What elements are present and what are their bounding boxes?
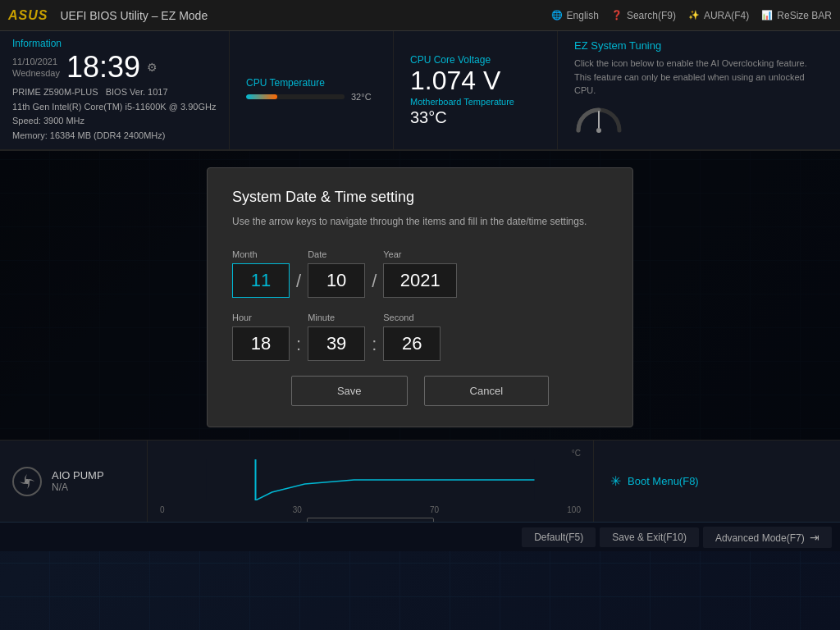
- date-sep-2: /: [372, 271, 377, 292]
- dialog-overlay: System Date & Time setting Use the arrow…: [0, 151, 840, 440]
- second-group: Second: [383, 313, 441, 361]
- chart-unit: °C: [160, 449, 581, 458]
- advanced-mode-button[interactable]: Advanced Mode(F7) ⇥: [703, 527, 832, 548]
- dialog-description: Use the arrow keys to navigate through t…: [232, 214, 608, 229]
- voltage-value: 1.074 V: [410, 67, 541, 94]
- ez-description: Click the icon below to enable the AI Ov…: [574, 57, 824, 98]
- motherboard-info: PRIME Z590M-PLUS BIOS Ver. 1017: [12, 85, 217, 100]
- year-label: Year: [383, 249, 401, 259]
- search-nav-icon: ❓: [611, 10, 623, 21]
- time-sep-1: :: [296, 334, 301, 355]
- date-input[interactable]: [308, 263, 365, 298]
- axis-100: 100: [567, 505, 581, 514]
- top-info-bar: Information 11/10/2021 Wednesday 18:39 ⚙…: [0, 31, 840, 151]
- chart-section: °C 0 30 70 100 QFan Control: [148, 441, 594, 522]
- fan-name: AIO PUMP: [52, 469, 104, 482]
- boot-icon: ✳: [610, 473, 621, 489]
- year-input[interactable]: [383, 263, 457, 298]
- header-title: UEFI BIOS Utility – EZ Mode: [60, 9, 538, 22]
- hour-group: Hour: [232, 313, 290, 361]
- date-fields-row: Month / Date / Year: [232, 249, 608, 298]
- bottom-bar: AIO PUMP N/A °C 0 30 70 100 QFan Control…: [0, 440, 840, 522]
- chart-axis: 0 30 70 100: [160, 505, 581, 514]
- nav-resize-bar[interactable]: 📊 ReSize BAR: [761, 10, 832, 21]
- mb-temp-label: Motherboard Temperature: [410, 97, 541, 107]
- dialog-buttons: Save Cancel: [232, 376, 608, 406]
- memory-info: Memory: 16384 MB (DDR4 2400MHz): [12, 129, 217, 144]
- temp-bar-fill: [246, 94, 277, 99]
- minute-group: Minute: [308, 313, 365, 361]
- time-fields-row: Hour : Minute : Second: [232, 313, 608, 361]
- month-input[interactable]: [232, 263, 290, 298]
- hour-input[interactable]: [232, 326, 290, 361]
- second-input[interactable]: [383, 326, 441, 361]
- speed-info: Speed: 3900 MHz: [12, 114, 217, 129]
- ez-tuning-panel: EZ System Tuning Click the icon below to…: [558, 31, 840, 149]
- datetime-dialog: System Date & Time setting Use the arrow…: [207, 167, 633, 427]
- cpu-temp-label: CPU Temperature: [246, 77, 377, 89]
- axis-30: 30: [293, 505, 302, 514]
- save-button[interactable]: Save: [291, 376, 408, 406]
- mb-temp-value: 33°C: [410, 108, 541, 127]
- exit-arrow-icon: ⇥: [810, 531, 819, 544]
- boot-menu-label: Boot Menu(F8): [628, 475, 699, 487]
- fan-value: N/A: [52, 482, 104, 493]
- datetime-row: 11/10/2021 Wednesday 18:39 ⚙: [12, 52, 217, 82]
- cpu-info: 11th Gen Intel(R) Core(TM) i5-11600K @ 3…: [12, 100, 217, 115]
- header-nav: 🌐 English ❓ Search(F9) ✨ AURA(F4) 📊 ReSi…: [551, 10, 832, 21]
- voltage-panel: CPU Core Voltage 1.074 V Motherboard Tem…: [394, 31, 558, 149]
- hour-label: Hour: [232, 313, 252, 322]
- minute-label: Minute: [308, 313, 335, 322]
- ez-title: EZ System Tuning: [574, 39, 824, 52]
- boot-section: ✳ Boot Menu(F8): [594, 441, 840, 522]
- date-display: 11/10/2021 Wednesday: [12, 56, 60, 80]
- date-label: Date: [308, 249, 326, 259]
- second-label: Second: [383, 313, 413, 322]
- nav-search[interactable]: ❓ Search(F9): [611, 10, 676, 21]
- asus-logo: ASUS: [8, 8, 48, 23]
- cpu-temp-panel: CPU Temperature 32°C: [230, 31, 394, 149]
- information-link[interactable]: Information: [12, 38, 217, 49]
- top-left-panel: Information 11/10/2021 Wednesday 18:39 ⚙…: [0, 31, 230, 149]
- axis-0: 0: [160, 505, 165, 514]
- ez-gauge[interactable]: [574, 102, 824, 138]
- time-sep-2: :: [372, 334, 377, 355]
- fan-section: AIO PUMP N/A: [0, 441, 148, 522]
- chart-canvas: [160, 459, 581, 504]
- boot-menu-button[interactable]: ✳ Boot Menu(F8): [610, 473, 824, 489]
- cpu-temp-value: 32°C: [351, 92, 372, 102]
- voltage-label: CPU Core Voltage: [410, 54, 541, 66]
- time-display[interactable]: 18:39: [66, 52, 140, 82]
- axis-70: 70: [430, 505, 439, 514]
- year-group: Year: [383, 249, 457, 298]
- temp-bar-track: [246, 94, 345, 99]
- month-label: Month: [232, 249, 258, 259]
- date-group: Date: [308, 249, 365, 298]
- globe-icon: 🌐: [551, 10, 563, 21]
- svg-point-1: [596, 128, 601, 133]
- gear-icon[interactable]: ⚙: [147, 61, 158, 74]
- month-group: Month: [232, 249, 290, 298]
- resize-icon: 📊: [761, 10, 773, 21]
- fan-info: AIO PUMP N/A: [52, 469, 104, 493]
- nav-english[interactable]: 🌐 English: [551, 10, 599, 21]
- date-sep-1: /: [296, 271, 301, 292]
- default-button[interactable]: Default(F5): [522, 527, 596, 547]
- aura-icon: ✨: [688, 10, 700, 21]
- fan-icon: [12, 467, 42, 496]
- header-bar: ASUS UEFI BIOS Utility – EZ Mode 🌐 Engli…: [0, 0, 840, 31]
- cancel-button[interactable]: Cancel: [424, 376, 549, 406]
- footer-bar: Default(F5) Save & Exit(F10) Advanced Mo…: [0, 522, 840, 551]
- nav-aura[interactable]: ✨ AURA(F4): [688, 10, 749, 21]
- minute-input[interactable]: [308, 326, 365, 361]
- cpu-temp-bar-row: 32°C: [246, 92, 377, 102]
- system-info-block: PRIME Z590M-PLUS BIOS Ver. 1017 11th Gen…: [12, 85, 217, 143]
- dialog-title: System Date & Time setting: [232, 189, 608, 206]
- save-exit-button[interactable]: Save & Exit(F10): [600, 527, 699, 547]
